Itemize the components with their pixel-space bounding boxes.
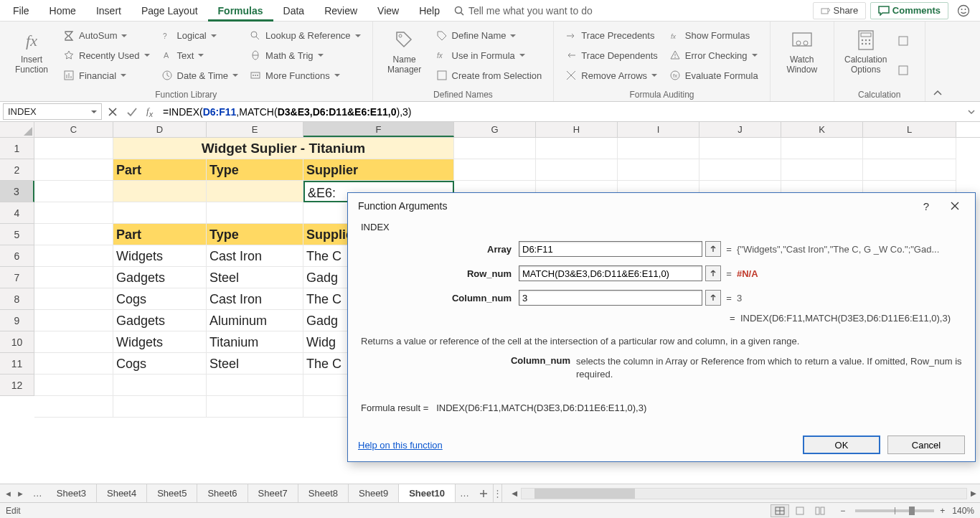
- dialog-ok-button[interactable]: OK: [803, 435, 880, 454]
- cell[interactable]: Widgets: [113, 245, 207, 267]
- error-checking-button[interactable]: Error Checking: [665, 47, 763, 64]
- tab-home[interactable]: Home: [39, 0, 86, 22]
- trace-precedents-button[interactable]: Trace Precedents: [561, 27, 661, 44]
- cell[interactable]: [34, 267, 113, 288]
- tab-review[interactable]: Review: [314, 0, 367, 22]
- arg-input-array[interactable]: [519, 241, 702, 257]
- arg-input-col[interactable]: [519, 290, 702, 306]
- scroll-thumb[interactable]: [534, 489, 635, 499]
- cell[interactable]: [34, 202, 113, 224]
- cell[interactable]: [781, 138, 863, 159]
- datetime-button[interactable]: Date & Time: [157, 67, 243, 84]
- cell[interactable]: [863, 159, 956, 181]
- cell[interactable]: [618, 138, 699, 159]
- tab-data[interactable]: Data: [273, 0, 315, 22]
- col-header-d[interactable]: D: [113, 122, 207, 137]
- cell[interactable]: [536, 159, 618, 181]
- financial-button[interactable]: Financial: [59, 67, 154, 84]
- arg-ref-col-button[interactable]: [705, 290, 721, 306]
- lookup-button[interactable]: Lookup & Reference: [245, 27, 365, 44]
- cell[interactable]: Cast Iron: [207, 245, 303, 267]
- cell[interactable]: Part: [113, 224, 207, 245]
- col-header-h[interactable]: H: [536, 122, 618, 137]
- use-in-formula-button[interactable]: fxUse in Formula: [432, 47, 547, 64]
- cell[interactable]: Gadgets: [113, 267, 207, 288]
- cell[interactable]: [34, 245, 113, 267]
- select-all-corner[interactable]: [0, 122, 34, 137]
- sheet-tab[interactable]: Sheet9: [349, 484, 399, 502]
- cell[interactable]: [113, 202, 207, 224]
- tab-help[interactable]: Help: [409, 0, 450, 22]
- cell[interactable]: [34, 396, 113, 418]
- cell[interactable]: [699, 159, 781, 181]
- sheet-overflow-right[interactable]: …: [456, 488, 473, 499]
- calc-sheet-button[interactable]: [893, 62, 918, 79]
- sheet-tab[interactable]: Sheet10: [399, 484, 456, 503]
- cell[interactable]: [863, 138, 956, 159]
- arg-ref-array-button[interactable]: [705, 241, 721, 257]
- sheet-tab[interactable]: Sheet8: [298, 484, 349, 502]
- feedback-smiley[interactable]: [957, 4, 970, 17]
- cell[interactable]: Steel: [207, 353, 303, 375]
- remove-arrows-button[interactable]: Remove Arrows: [561, 67, 661, 84]
- cell[interactable]: [454, 159, 536, 181]
- cell[interactable]: [34, 331, 113, 353]
- autosum-button[interactable]: AutoSum: [59, 27, 154, 44]
- dialog-help-button[interactable]: ?: [912, 196, 941, 216]
- cell[interactable]: [618, 159, 699, 181]
- cell[interactable]: [207, 202, 303, 224]
- row-header[interactable]: 7: [0, 267, 34, 288]
- zoom-out-button[interactable]: −: [840, 506, 845, 516]
- cell[interactable]: Cogs: [113, 288, 207, 310]
- tab-insert[interactable]: Insert: [86, 0, 131, 22]
- row-header[interactable]: 4: [0, 202, 34, 224]
- cell[interactable]: [34, 310, 113, 331]
- col-header-f[interactable]: F: [303, 122, 454, 137]
- cell[interactable]: Gadgets: [113, 310, 207, 331]
- cell[interactable]: [34, 288, 113, 310]
- cell[interactable]: [113, 396, 207, 418]
- recently-used-button[interactable]: Recently Used: [59, 47, 154, 64]
- arg-input-row[interactable]: [519, 265, 702, 281]
- cell[interactable]: [34, 224, 113, 245]
- tell-me-search[interactable]: Tell me what you want to do: [454, 5, 593, 17]
- row-header[interactable]: 11: [0, 353, 34, 375]
- sheet-tab[interactable]: Sheet5: [147, 484, 197, 502]
- scroll-left-button[interactable]: ◄: [508, 487, 521, 500]
- row-header[interactable]: 8: [0, 288, 34, 310]
- enter-formula-button[interactable]: [126, 107, 138, 117]
- col-header-e[interactable]: E: [207, 122, 303, 137]
- dialog-help-link[interactable]: Help on this function: [358, 440, 443, 451]
- add-sheet-button[interactable]: [473, 484, 494, 502]
- horizontal-scrollbar[interactable]: ◄ ►: [502, 484, 980, 502]
- zoom-in-button[interactable]: +: [940, 506, 945, 516]
- comments-button[interactable]: Comments: [870, 2, 948, 19]
- cell[interactable]: [34, 181, 113, 202]
- cell[interactable]: Part: [113, 159, 207, 181]
- evaluate-formula-button[interactable]: fxEvaluate Formula: [665, 67, 763, 84]
- cell[interactable]: Widgets: [113, 331, 207, 353]
- math-button[interactable]: Math & Trig: [245, 47, 365, 64]
- cell[interactable]: [34, 353, 113, 375]
- view-page-layout-button[interactable]: [791, 504, 809, 517]
- insert-function-button[interactable]: fx Insert Function: [6, 24, 57, 87]
- tab-formulas[interactable]: Formulas: [208, 0, 273, 22]
- collapse-ribbon-button[interactable]: [925, 22, 950, 101]
- row-header[interactable]: 5: [0, 224, 34, 245]
- tab-file[interactable]: File: [3, 0, 39, 22]
- dialog-close-button[interactable]: [941, 196, 969, 216]
- sheet-nav-next[interactable]: ►: [17, 489, 24, 498]
- cell[interactable]: Cogs: [113, 353, 207, 375]
- cell[interactable]: [34, 159, 113, 181]
- define-name-button[interactable]: Define Name: [432, 27, 547, 44]
- sheet-tab[interactable]: Sheet4: [97, 484, 147, 502]
- cell[interactable]: Type: [207, 224, 303, 245]
- cell[interactable]: [207, 396, 303, 418]
- view-normal-button[interactable]: [771, 504, 789, 517]
- sheet-tab[interactable]: Sheet6: [197, 484, 248, 502]
- cell[interactable]: [207, 375, 303, 396]
- tab-page-layout[interactable]: Page Layout: [131, 0, 208, 22]
- cell[interactable]: [113, 181, 207, 202]
- cell[interactable]: Steel: [207, 267, 303, 288]
- col-header-i[interactable]: I: [618, 122, 699, 137]
